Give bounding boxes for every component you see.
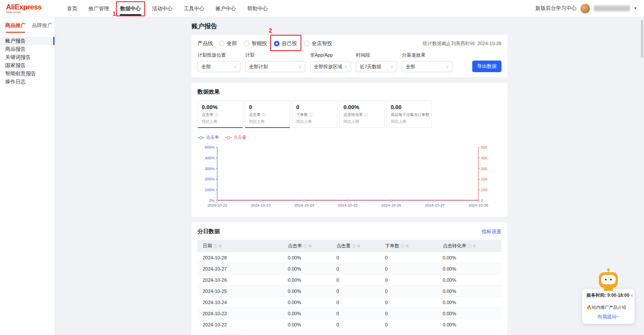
main-area: 账户报告 产品线 全部智能投自己投2全店智投 统计数据截止到美西时间: 2024…: [55, 17, 644, 335]
metric-compare-label: 同比上周: [296, 119, 333, 125]
radio-label: 全部: [227, 40, 237, 47]
sidebar-item-智能创意报告[interactable]: 智能创意报告: [0, 70, 55, 78]
column-header-点击转化率[interactable]: 点击转化率ⓘ⇅: [437, 240, 501, 252]
table-header-row: 日期ⓘ⇅点击率ⓘ⇅点击量ⓘ⇅下单数ⓘ⇅点击转化率ⓘ⇅: [197, 240, 501, 252]
service-time-label: 服务时间: 9:00-18:00: [586, 292, 629, 298]
radio-label: 智能投: [252, 40, 267, 47]
product-line-radios: 全部智能投自己投2全店智投: [219, 40, 339, 47]
filter-select-1[interactable]: 全部∨: [197, 61, 240, 72]
metric-card-5[interactable]: 0.00商品每千次曝光订单数ⓘ同比上周-: [386, 100, 432, 128]
metric-delta: -: [343, 126, 380, 128]
sidebar-item-国家报告[interactable]: 国家报告: [0, 61, 55, 70]
aliexpress-logo[interactable]: AliExpress Seller Center: [0, 4, 55, 13]
column-header-下单数[interactable]: 下单数ⓘ⇅: [380, 240, 438, 252]
radio-自己投[interactable]: 自己投2: [274, 40, 297, 47]
nav-item-1[interactable]: 首页: [66, 0, 78, 17]
sort-icon[interactable]: ⇅: [219, 244, 222, 248]
ask-me-link[interactable]: 向我提问~: [586, 313, 630, 320]
table-cell: 2024-10-24: [197, 297, 283, 308]
column-label: 点击率: [288, 243, 302, 248]
radio-全部[interactable]: 全部: [219, 40, 237, 47]
table-row[interactable]: 2024-10-270.00%000.00%: [197, 263, 501, 274]
chevron-down-icon: ∨: [298, 64, 301, 69]
select-value: 全部: [406, 64, 415, 70]
info-icon: ⓘ: [262, 113, 265, 117]
annotation-box-1: [116, 1, 145, 16]
metric-label: 点击量: [249, 112, 261, 118]
svg-text:500%: 500%: [205, 145, 215, 149]
nav-item-4[interactable]: 活动中心: [151, 0, 173, 17]
svg-text:2024-10-26: 2024-10-26: [381, 203, 401, 207]
svg-text:2024-10-28: 2024-10-28: [468, 203, 488, 207]
sidebar-item-关键词报告[interactable]: 关键词报告: [0, 53, 55, 61]
chevron-down-icon: ∨: [631, 293, 634, 298]
svg-text:100: 100: [481, 188, 487, 192]
nav-item-7[interactable]: 帮助中心: [246, 0, 269, 17]
radio-智能投[interactable]: 智能投: [244, 40, 267, 47]
svg-text:500: 500: [481, 145, 487, 149]
sort-icon[interactable]: ⇅: [308, 244, 312, 248]
filter-select-4[interactable]: 近7天数据∨: [356, 61, 397, 72]
filter-label: 计划: [245, 52, 305, 58]
table-cell: 0: [380, 252, 438, 263]
sidebar-item-商品报告[interactable]: 商品报告: [0, 45, 55, 53]
nav-item-2[interactable]: 推广管理: [88, 0, 110, 17]
table-cell: 2024-10-28: [197, 252, 283, 263]
legend-item-点击率[interactable]: 点击率: [197, 134, 219, 140]
table-row[interactable]: 2024-10-260.00%000.00%: [197, 274, 501, 286]
filter-select-2[interactable]: 全部计划∨: [245, 61, 305, 72]
chevron-down-icon[interactable]: ▼: [634, 6, 637, 10]
service-time-row[interactable]: 服务时间: 9:00-18:00 ∨: [586, 292, 630, 302]
metric-card-1[interactable]: 0.00%点击率ⓘ同比上周-: [197, 100, 243, 128]
sort-icon[interactable]: ⇅: [406, 244, 409, 248]
metric-value: 0.00%: [202, 104, 239, 110]
nav-item-3[interactable]: 数据中心1: [119, 0, 142, 17]
sort-icon[interactable]: ⇅: [357, 244, 361, 248]
nav-item-5[interactable]: 工具中心: [183, 0, 205, 17]
table-cell: 0.00%: [437, 263, 501, 274]
filter-selects-row: 计划投放位置全部∨计划全部计划∨非App/App全部投放区域∨时间段近7天数据∨…: [197, 52, 501, 72]
sort-icon[interactable]: ⇅: [473, 244, 476, 248]
column-header-点击率[interactable]: 点击率ⓘ⇅: [283, 240, 331, 252]
avatar[interactable]: [580, 4, 590, 13]
username-masked[interactable]: [594, 6, 630, 11]
table-row[interactable]: 2024-10-230.00%000.00%: [197, 308, 501, 319]
table-row[interactable]: 2024-10-220.00%000.00%: [197, 319, 501, 330]
sidebar-tab-商品推广[interactable]: 商品推广: [5, 22, 26, 33]
select-value: 全部计划: [249, 64, 268, 70]
table-cell: 0: [380, 319, 438, 330]
nav-item-6[interactable]: 账户中心: [215, 0, 237, 17]
metric-settings-link[interactable]: 指标设置: [482, 228, 501, 235]
metrics-card: 数据效果 0.00%点击率ⓘ同比上周-0点击量ⓘ同比上周-0下单数ⓘ同比上周-0…: [191, 83, 507, 217]
table-row[interactable]: 2024-10-250.00%000.00%: [197, 286, 501, 297]
page-title: 账户报告: [191, 17, 507, 35]
info-icon: ⓘ: [303, 244, 307, 248]
filter-label: 分渠道效果: [402, 52, 453, 58]
sidebar-tab-品牌推广[interactable]: 品牌推广: [32, 22, 52, 33]
sidebar-item-操作日志[interactable]: 操作日志: [0, 78, 55, 86]
robot-face: [601, 275, 616, 284]
filter-select-5[interactable]: 全部∨: [402, 61, 453, 72]
scrollbar[interactable]: [641, 20, 643, 58]
info-icon: ⓘ: [468, 244, 471, 248]
table-cell: 0: [380, 263, 438, 274]
table-cell: 0: [380, 308, 438, 319]
filter-select-3[interactable]: 全部投放区域∨: [310, 61, 351, 72]
column-header-点击量[interactable]: 点击量ⓘ⇅: [331, 240, 380, 252]
column-header-日期[interactable]: 日期ⓘ⇅: [197, 240, 283, 252]
export-data-button[interactable]: 导出数据: [472, 61, 501, 72]
info-icon: ⓘ: [401, 244, 404, 248]
mascot-robot-icon[interactable]: [598, 268, 619, 291]
table-row[interactable]: 2024-10-240.00%000.00%: [197, 297, 501, 308]
table-row[interactable]: 2024-10-280.00%000.00%: [197, 252, 501, 263]
product-line-row: 产品线 全部智能投自己投2全店智投 统计数据截止到美西时间: 2024-10-2…: [197, 40, 501, 47]
metric-card-2[interactable]: 0点击量ⓘ同比上周-: [245, 100, 290, 128]
promo-link[interactable]: 🔥站内推广产品介绍: [586, 302, 630, 313]
legend-item-点击量[interactable]: 点击量: [225, 134, 246, 140]
daily-title: 分日数据: [197, 228, 220, 235]
learning-center-link[interactable]: 新版后台学习中心: [535, 5, 577, 12]
metric-card-4[interactable]: 0.00%点击转化率ⓘ同比上周-: [339, 100, 385, 128]
sidebar-item-账户报告[interactable]: 账户报告: [0, 37, 55, 45]
radio-全店智投[interactable]: 全店智投: [304, 40, 332, 47]
metric-card-3[interactable]: 0下单数ⓘ同比上周-: [292, 100, 337, 128]
